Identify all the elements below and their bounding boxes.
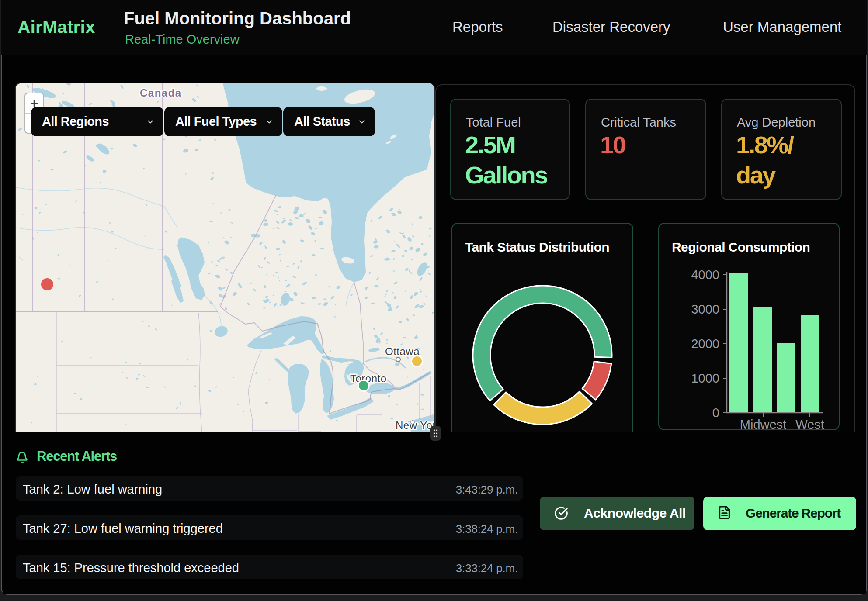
svg-text:West: West xyxy=(795,418,824,432)
svg-text:3000: 3000 xyxy=(691,302,719,316)
svg-text:New York: New York xyxy=(396,419,434,431)
svg-text:2000: 2000 xyxy=(691,337,719,351)
svg-text:1000: 1000 xyxy=(691,371,719,385)
svg-text:Ottawa: Ottawa xyxy=(385,345,420,357)
svg-text:4000: 4000 xyxy=(691,268,719,282)
svg-text:Midwest: Midwest xyxy=(740,418,786,432)
svg-text:0: 0 xyxy=(712,406,719,420)
svg-text:Canada: Canada xyxy=(140,87,182,99)
